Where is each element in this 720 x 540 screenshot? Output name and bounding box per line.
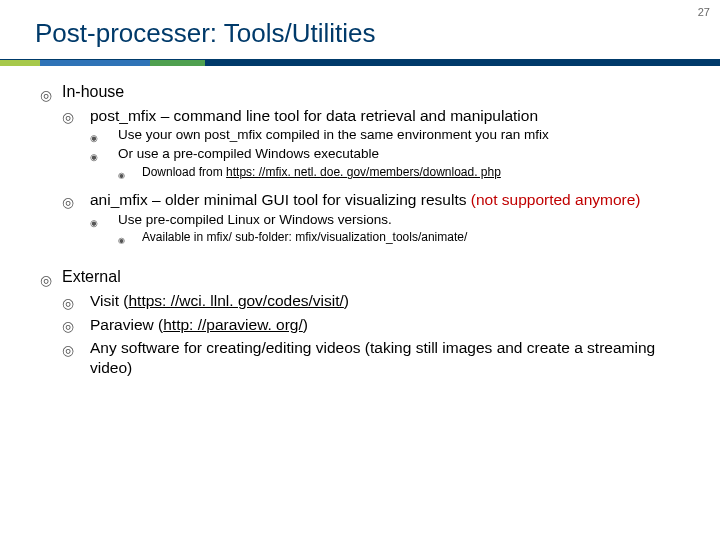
item-use-precompiled: Use pre-compiled Linux or Windows versio… <box>90 212 692 246</box>
available-text: Available in mfix/ sub-folder: mfix/visu… <box>142 230 467 244</box>
external-heading: External <box>62 268 121 285</box>
ani-mfix-label-pre: ani_mfix – older minimal GUI tool for vi… <box>90 191 471 208</box>
download-prefix: Download from <box>142 165 226 179</box>
bullet-icon <box>90 130 98 145</box>
content-area: In-house post_mfix – command line tool f… <box>0 66 720 377</box>
paraview-link[interactable]: http: //paraview. org/ <box>163 316 303 333</box>
page-number: 27 <box>698 6 710 18</box>
item-download: Download from https: //mfix. netl. doe. … <box>118 165 692 180</box>
divider-rule <box>0 59 720 66</box>
item-post-mfix: post_mfix – command line tool for data r… <box>62 106 692 180</box>
item-paraview: Paraview (http: //paraview. org/) <box>62 315 692 334</box>
bullet-icon <box>40 86 52 104</box>
download-link[interactable]: https: //mfix. netl. doe. gov/members/do… <box>226 165 501 179</box>
bullet-icon <box>40 271 52 289</box>
section-inhouse: In-house post_mfix – command line tool f… <box>40 82 692 245</box>
precompiled-text: Or use a pre-compiled Windows executable <box>118 146 379 161</box>
bullet-icon <box>62 194 74 211</box>
bullet-icon <box>90 215 98 230</box>
bullet-icon <box>62 342 74 359</box>
ani-mfix-label-red: (not supported anymore) <box>471 191 641 208</box>
bullet-icon <box>118 168 125 181</box>
visit-name: Visit ( <box>90 292 128 309</box>
bullet-icon <box>62 109 74 126</box>
use-own-text: Use your own post_mfix compiled in the s… <box>118 127 549 142</box>
section-external: External Visit (https: //wci. llnl. gov/… <box>40 267 692 377</box>
item-any-software: Any software for creating/editing videos… <box>62 338 692 377</box>
page-title: Post-processer: Tools/Utilities <box>0 0 720 59</box>
any-software-text: Any software for creating/editing videos… <box>90 339 655 375</box>
item-precompiled: Or use a pre-compiled Windows executable… <box>90 146 692 180</box>
use-precompiled-text: Use pre-compiled Linux or Windows versio… <box>118 212 392 227</box>
visit-close: ) <box>344 292 349 309</box>
bullet-icon <box>62 318 74 335</box>
inhouse-heading: In-house <box>62 83 124 100</box>
visit-link[interactable]: https: //wci. llnl. gov/codes/visit/ <box>128 292 343 309</box>
paraview-close: ) <box>303 316 308 333</box>
item-use-own: Use your own post_mfix compiled in the s… <box>90 127 692 144</box>
bullet-icon <box>62 295 74 312</box>
item-visit: Visit (https: //wci. llnl. gov/codes/vis… <box>62 291 692 310</box>
item-ani-mfix: ani_mfix – older minimal GUI tool for vi… <box>62 190 692 245</box>
item-available: Available in mfix/ sub-folder: mfix/visu… <box>118 230 692 245</box>
paraview-name: Paraview ( <box>90 316 163 333</box>
bullet-icon <box>90 149 98 164</box>
bullet-icon <box>118 233 125 246</box>
post-mfix-label: post_mfix – command line tool for data r… <box>90 107 538 124</box>
